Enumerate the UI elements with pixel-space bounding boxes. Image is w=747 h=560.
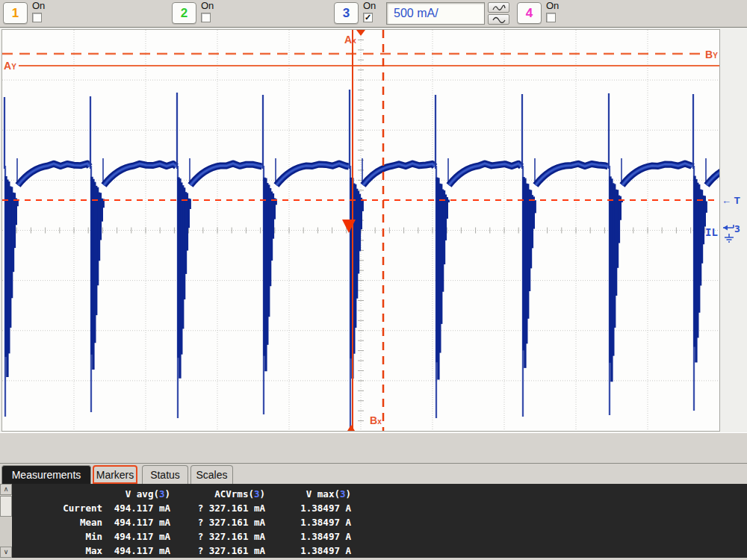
channel-3-ground-marker[interactable]: 3: [722, 223, 743, 249]
channel-3-on-checkbox[interactable]: ✓: [363, 13, 373, 22]
channel-3-button[interactable]: 3: [334, 2, 359, 24]
channel-1-on-checkbox[interactable]: [32, 13, 42, 22]
measurements-panel: ∧ ∨ V avg(3) ACVrms(3) V max(3) Current …: [0, 484, 747, 558]
channel-il-label: IL: [705, 228, 718, 237]
measurement-row-min: Min 494.117 mA ? 327.161 mA 1.38497 A: [12, 529, 430, 544]
channel-1-group: 1 On: [3, 0, 55, 28]
channel-2-on-checkbox[interactable]: [201, 13, 211, 22]
tab-status[interactable]: Status: [142, 465, 188, 484]
measurement-row-mean: Mean 494.117 mA ? 327.161 mA 1.38497 A: [12, 515, 430, 529]
marker-bx-label[interactable]: Bx: [370, 416, 382, 426]
channel-3-scale-field[interactable]: 500 mA/: [386, 2, 485, 25]
waveform-plot: Ax Bx AY BY IL: [2, 30, 719, 431]
measurements-table: V avg(3) ACVrms(3) V max(3) Current 494.…: [12, 487, 430, 558]
tab-measurements[interactable]: Measurements: [1, 465, 91, 484]
scale-down-wave-icon[interactable]: [488, 14, 509, 25]
trigger-arrow-icon: ←: [722, 195, 731, 206]
marker-ay-label[interactable]: AY: [4, 61, 16, 72]
channel-3-group: 3 On ✓: [334, 0, 386, 28]
tab-scales[interactable]: Scales: [190, 465, 233, 484]
channel-2-button[interactable]: 2: [172, 2, 196, 24]
scroll-down-button[interactable]: ∨: [0, 547, 12, 558]
channel-4-on-label: On: [546, 0, 559, 11]
waveform-svg: [2, 30, 719, 431]
channel-4-group: 4 On: [517, 0, 569, 28]
measurements-header-row: V avg(3) ACVrms(3) V max(3): [12, 487, 430, 501]
measurements-scrollbar[interactable]: ∧ ∨: [0, 484, 12, 558]
bottom-tabbar: Measurements Markers Status Scales: [0, 464, 747, 484]
marker-by-label[interactable]: BY: [705, 50, 718, 60]
channel-2-on-label: On: [201, 0, 214, 11]
trigger-level-indicator[interactable]: ← T: [722, 196, 740, 205]
channel-4-button[interactable]: 4: [517, 2, 542, 24]
marker-ax-label[interactable]: Ax: [344, 35, 356, 46]
channel-2-group: 2 On: [172, 0, 224, 28]
horizontal-toolbar: ↑ ∧ ∨ ∧ ∨ H 2.00 µs/: [0, 432, 747, 464]
scroll-thumb[interactable]: [0, 496, 12, 517]
channel-3-scale-buttons: [488, 2, 509, 25]
scale-up-wave-icon[interactable]: [488, 2, 509, 13]
measurement-row-max: Max 494.117 mA ? 327.161 mA 1.38497 A: [12, 544, 430, 558]
measurement-row-current: Current 494.117 mA ? 327.161 mA 1.38497 …: [12, 501, 430, 515]
svg-text:3: 3: [734, 223, 740, 234]
channel-3-on-label: On: [363, 0, 376, 11]
channel-1-on-label: On: [32, 0, 45, 11]
channel-1-button[interactable]: 1: [3, 2, 28, 24]
channel-4-on-checkbox[interactable]: [546, 13, 556, 22]
tab-markers[interactable]: Markers: [93, 465, 137, 484]
channel-bar: 1 On 2 On 3 On ✓ 500 mA/ 4 On: [0, 0, 747, 28]
scope-screen: Ax Bx AY BY IL ← T 3: [0, 28, 747, 432]
scroll-up-button[interactable]: ∧: [0, 484, 12, 495]
